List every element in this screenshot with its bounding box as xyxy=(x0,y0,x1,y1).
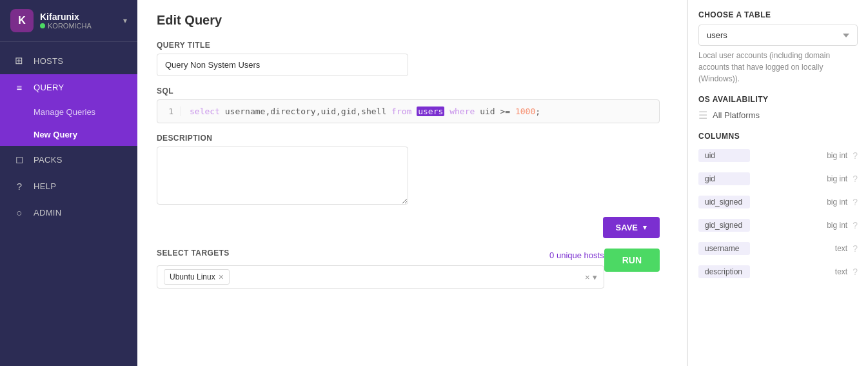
os-availability-row: ☰ All Platforms xyxy=(698,109,858,121)
target-search-input[interactable] xyxy=(233,272,581,282)
sidebar-item-help[interactable]: ? HELP xyxy=(0,173,137,199)
admin-icon: ○ xyxy=(13,207,26,218)
sidebar-item-help-label: HELP xyxy=(34,181,56,191)
online-indicator xyxy=(40,23,45,28)
column-gid: gid big int ? xyxy=(698,169,858,188)
sidebar-item-packs-label: PACKS xyxy=(34,155,63,165)
packs-icon: ◻ xyxy=(13,154,26,165)
column-username: username text ? xyxy=(698,239,858,258)
content-area: Edit Query Query Title SQL 1 select user… xyxy=(137,0,868,366)
column-gid-signed-name: gid_signed xyxy=(698,219,750,232)
app-logo: K xyxy=(10,9,34,32)
column-description-type: text xyxy=(835,267,847,276)
target-tag-label: Ubuntu Linux xyxy=(170,272,215,281)
sidebar-item-admin-label: ADMIN xyxy=(34,208,61,218)
select-targets-label: Select Targets xyxy=(157,249,230,258)
os-availability-title: OS Availability xyxy=(698,95,858,104)
sidebar: K Kifarunix KOROMICHA ▾ ⊞ HOSTS ≡ QUERY … xyxy=(0,0,137,366)
save-button[interactable]: SAVE ▾ xyxy=(603,217,660,238)
column-description: description text ? xyxy=(698,262,858,281)
brand-name: Kifarunix xyxy=(40,12,117,22)
sql-line-number: 1 xyxy=(157,107,181,116)
column-username-help-icon[interactable]: ? xyxy=(853,243,858,254)
column-username-name: username xyxy=(698,242,750,255)
unique-hosts-count: 0 unique hosts xyxy=(549,250,604,260)
clear-icon[interactable]: × xyxy=(585,272,590,282)
column-uid-signed-name: uid_signed xyxy=(698,196,750,208)
sql-editor[interactable]: 1 select username,directory,uid,gid,shel… xyxy=(157,99,660,123)
query-icon: ≡ xyxy=(13,82,26,93)
sidebar-item-packs[interactable]: ◻ PACKS xyxy=(0,146,137,173)
columns-list: uid big int ? gid big int ? xyxy=(698,146,858,281)
columns-section: Columns uid big int ? gid big int ? xyxy=(698,132,858,281)
column-uid-help-icon[interactable]: ? xyxy=(853,150,858,161)
run-button[interactable]: RUN xyxy=(604,249,660,272)
column-uid-type: big int xyxy=(827,151,847,160)
sidebar-item-admin[interactable]: ○ ADMIN xyxy=(0,199,137,226)
column-uid: uid big int ? xyxy=(698,146,858,165)
sql-code[interactable]: select username,directory,uid,gid,shell … xyxy=(181,107,549,116)
target-tag-ubuntu[interactable]: Ubuntu Linux × xyxy=(164,269,230,285)
help-icon: ? xyxy=(13,181,26,192)
column-gid-signed: gid_signed big int ? xyxy=(698,216,858,235)
select-targets-header: Select Targets 0 unique hosts xyxy=(157,249,604,261)
column-gid-signed-type: big int xyxy=(827,221,847,230)
sql-label: SQL xyxy=(157,86,667,96)
brand-sub: KOROMICHA xyxy=(40,22,117,30)
edit-query-panel: Edit Query Query Title SQL 1 select user… xyxy=(137,0,687,366)
save-action-row: SAVE ▾ xyxy=(157,217,660,238)
table-select[interactable]: users processes os_version system_info xyxy=(698,25,858,46)
query-title-input[interactable] xyxy=(157,54,408,76)
table-description: Local user accounts (including domain ac… xyxy=(698,50,858,85)
sidebar-item-hosts[interactable]: ⊞ HOSTS xyxy=(0,47,137,74)
save-chevron-icon: ▾ xyxy=(643,223,647,232)
os-availability-section: OS Availability ☰ All Platforms xyxy=(698,95,858,121)
page-title: Edit Query xyxy=(157,13,667,28)
choose-table-section: Choose a Table users processes os_versio… xyxy=(698,10,858,85)
os-label: All Platforms xyxy=(713,110,760,120)
sidebar-item-query-label: QUERY xyxy=(34,83,64,92)
column-description-name: description xyxy=(698,265,750,278)
column-gid-name: gid xyxy=(698,172,750,185)
column-description-help-icon[interactable]: ? xyxy=(853,267,858,277)
sidebar-item-manage-queries[interactable]: Manage Queries xyxy=(0,101,137,123)
column-uid-name: uid xyxy=(698,149,750,162)
dropdown-arrow-icon[interactable]: ▾ xyxy=(593,272,597,282)
select-targets-input[interactable]: Ubuntu Linux × × ▾ xyxy=(157,265,604,289)
query-title-label: Query Title xyxy=(157,41,667,50)
sidebar-chevron-icon[interactable]: ▾ xyxy=(123,16,127,25)
hosts-icon: ⊞ xyxy=(13,55,26,66)
column-gid-signed-help-icon[interactable]: ? xyxy=(853,220,858,230)
target-tag-close-icon[interactable]: × xyxy=(219,272,224,282)
choose-table-title: Choose a Table xyxy=(698,10,858,19)
sidebar-nav: ⊞ HOSTS ≡ QUERY Manage Queries New Query… xyxy=(0,42,137,366)
column-gid-type: big int xyxy=(827,174,847,183)
query-title-group: Query Title xyxy=(157,41,667,76)
sidebar-brand: Kifarunix KOROMICHA xyxy=(40,12,117,30)
sql-group: SQL 1 select username,directory,uid,gid,… xyxy=(157,86,667,123)
column-uid-signed-help-icon[interactable]: ? xyxy=(853,197,858,207)
column-gid-help-icon[interactable]: ? xyxy=(853,174,858,184)
sidebar-item-hosts-label: HOSTS xyxy=(34,56,63,66)
columns-title: Columns xyxy=(698,132,858,141)
description-group: Description xyxy=(157,134,667,207)
sidebar-item-query[interactable]: ≡ QUERY xyxy=(0,74,137,101)
column-uid-signed-type: big int xyxy=(827,198,847,207)
sidebar-header: K Kifarunix KOROMICHA ▾ xyxy=(0,0,137,42)
sidebar-item-new-query[interactable]: New Query xyxy=(0,123,137,146)
column-username-type: text xyxy=(835,244,847,253)
select-dropdown-icons[interactable]: × ▾ xyxy=(585,272,597,282)
sidebar-sub-menu: Manage Queries New Query xyxy=(0,101,137,146)
column-uid-signed: uid_signed big int ? xyxy=(698,192,858,212)
right-panel: Choose a Table users processes os_versio… xyxy=(687,0,868,366)
main-content: Edit Query Query Title SQL 1 select user… xyxy=(137,0,868,366)
all-platforms-icon: ☰ xyxy=(698,109,707,121)
save-button-label: SAVE xyxy=(616,223,638,232)
description-label: Description xyxy=(157,134,667,143)
description-textarea[interactable] xyxy=(157,147,408,205)
